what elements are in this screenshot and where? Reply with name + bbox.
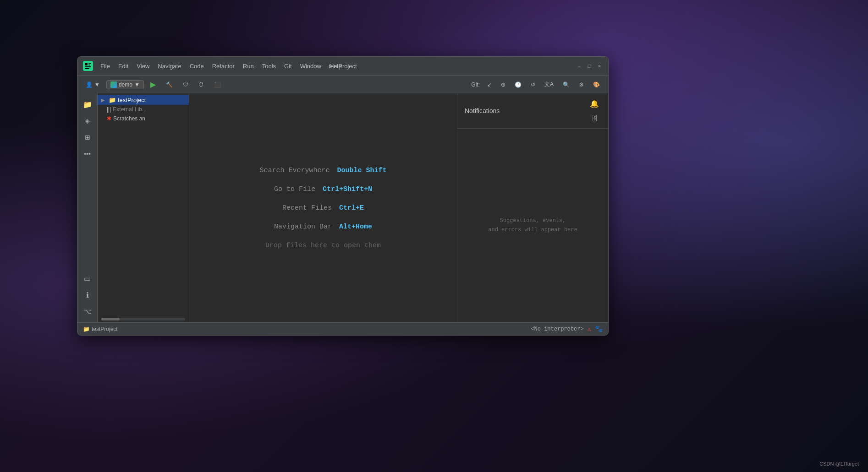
maximize-button[interactable]: □ xyxy=(586,63,593,69)
notifications-hint-line1: Suggestions, events, xyxy=(500,217,566,224)
main-content: 📁 ◈ ⊞ ••• ▭ ℹ ⌥ xyxy=(77,93,608,322)
git-rollback-icon: ↺ xyxy=(531,81,535,88)
git-history-icon: 🕐 xyxy=(515,81,522,88)
drop-files-text: Drop files here to open them xyxy=(265,242,381,250)
menu-window[interactable]: Window xyxy=(297,61,325,71)
svg-rect-2 xyxy=(88,63,91,64)
no-interpreter-label[interactable]: <No interpreter> xyxy=(531,326,583,332)
sidebar-item-plugins[interactable]: ⊞ xyxy=(80,130,95,145)
search-icon: 🔍 xyxy=(563,81,570,88)
user-icon: 👤 xyxy=(86,81,93,88)
sidebar-item-vcs[interactable]: ⌥ xyxy=(80,304,95,319)
svg-rect-0 xyxy=(83,61,93,71)
terminal-icon: ▭ xyxy=(84,274,91,283)
navigation-bar-key: Alt+Home xyxy=(339,223,372,231)
coverage-button[interactable]: 🛡 xyxy=(179,80,192,89)
notifications-hint: Suggestions, events, and errors will app… xyxy=(488,217,577,234)
db-icon-button[interactable]: 🗄 xyxy=(588,112,601,125)
tree-arrow-testproject: ▶ xyxy=(101,98,107,103)
menu-navigate[interactable]: Navigate xyxy=(154,61,185,71)
folder-item-icon: 📁 xyxy=(109,97,116,103)
menu-file[interactable]: File xyxy=(97,61,114,71)
tree-item-scratches[interactable]: ✱ Scratches an xyxy=(98,114,189,123)
run-button[interactable]: ▶ xyxy=(147,79,159,90)
status-bar: 📁 testProject <No interpreter> ⚠ 🐾 xyxy=(77,322,608,335)
bell-icon: 🔔 xyxy=(590,99,599,108)
status-project-name[interactable]: testProject xyxy=(92,326,118,332)
sidebar-item-terminal[interactable]: ▭ xyxy=(80,271,95,286)
go-to-file-label: Go to File xyxy=(274,185,315,193)
folder-icon: 📁 xyxy=(83,100,92,109)
window-controls: − □ × xyxy=(576,63,603,69)
file-tree-content: ▶ 📁 testProject ||| External Lib... ✱ Sc… xyxy=(98,93,189,316)
tree-scrollbar-thumb xyxy=(101,318,120,320)
tree-item-external-libs[interactable]: ||| External Lib... xyxy=(98,105,189,114)
git-history-button[interactable]: 🕐 xyxy=(511,80,525,89)
sidebar-item-files[interactable]: 📁 xyxy=(80,97,95,112)
profile-button[interactable]: ⏱ xyxy=(195,80,208,89)
title-bar: File Edit View Navigate Code Refactor Ru… xyxy=(77,57,608,75)
git-icon: ◈ xyxy=(85,117,90,125)
vcs-icon: ⌥ xyxy=(83,307,92,316)
status-right: <No interpreter> ⚠ 🐾 xyxy=(531,325,603,333)
menu-tools[interactable]: Tools xyxy=(258,61,280,71)
menu-view[interactable]: View xyxy=(133,61,153,71)
color-button[interactable]: 🎨 xyxy=(589,80,604,89)
sidebar-item-git[interactable]: ◈ xyxy=(80,114,95,128)
minimize-button[interactable]: − xyxy=(576,63,582,69)
build-button[interactable]: 🔨 xyxy=(162,80,176,89)
profile-icon: ⏱ xyxy=(198,81,204,88)
tree-item-testproject-label: testProject xyxy=(118,97,146,103)
translate-button[interactable]: 文A xyxy=(541,79,557,90)
git-commit-icon: ↙ xyxy=(487,81,492,88)
notifications-body: Suggestions, events, and errors will app… xyxy=(457,129,608,322)
menu-run[interactable]: Run xyxy=(239,61,258,71)
notifications-hint-line2: and errors will appear here xyxy=(488,227,577,233)
run-config-arrow: ▼ xyxy=(134,81,140,88)
tree-scrollbar[interactable] xyxy=(101,318,185,320)
paw-icon: 🐾 xyxy=(595,325,603,333)
problems-icon: ℹ xyxy=(86,291,89,299)
editor-area: Search Everywhere Double Shift Go to Fil… xyxy=(189,93,457,322)
user-icon-button[interactable]: 👤 ▼ xyxy=(82,80,104,89)
close-button[interactable]: × xyxy=(596,63,603,69)
settings-button[interactable]: ⚙ xyxy=(575,80,588,89)
scratches-icon: ✱ xyxy=(107,115,111,122)
stop-button[interactable]: ⬛ xyxy=(210,80,225,89)
shortcut-go-to-file: Go to File Ctrl+Shift+N xyxy=(274,185,372,193)
svg-rect-4 xyxy=(85,66,91,67)
sidebar-item-problems[interactable]: ℹ xyxy=(80,288,95,302)
notifications-title: Notifications xyxy=(465,107,500,114)
translate-icon: 文A xyxy=(544,81,554,88)
menu-edit[interactable]: Edit xyxy=(115,61,132,71)
notifications-bell-button[interactable]: 🔔 xyxy=(588,97,601,110)
interpreter-warning-icon: ⚠ xyxy=(588,325,591,333)
git-commit-button[interactable]: ↙ xyxy=(483,80,495,89)
menu-git[interactable]: Git xyxy=(280,61,296,71)
sidebar-item-more[interactable]: ••• xyxy=(80,146,95,161)
go-to-file-key: Ctrl+Shift+N xyxy=(323,185,372,193)
run-config-dropdown[interactable]: demo ▼ xyxy=(106,80,144,89)
shortcut-search-everywhere: Search Everywhere Double Shift xyxy=(259,167,386,174)
git-push-button[interactable]: ⊕ xyxy=(497,80,509,89)
csdn-watermark: CSDN @ElTarget xyxy=(819,461,859,467)
navigation-bar-label: Navigation Bar xyxy=(274,223,332,231)
user-dropdown-arrow: ▼ xyxy=(94,81,100,88)
search-everywhere-button[interactable]: 🔍 xyxy=(559,80,573,89)
svg-rect-1 xyxy=(85,63,88,65)
settings-icon: ⚙ xyxy=(579,81,584,88)
shortcut-navigation-bar: Navigation Bar Alt+Home xyxy=(274,223,372,231)
menu-refactor[interactable]: Refactor xyxy=(209,61,238,71)
svg-rect-3 xyxy=(88,65,90,65)
build-icon: 🔨 xyxy=(166,81,173,88)
menu-code[interactable]: Code xyxy=(186,61,208,71)
notifications-panel: Notifications 🔔 🗄 Suggestions, events, a… xyxy=(457,93,608,322)
notifications-header: Notifications 🔔 🗄 xyxy=(457,93,608,129)
toolbar: 👤 ▼ demo ▼ ▶ 🔨 🛡 ⏱ ⬛ Git: ↙ xyxy=(77,75,608,93)
recent-files-label: Recent Files xyxy=(282,204,332,212)
database-icon: 🗄 xyxy=(591,114,598,122)
tree-item-testproject[interactable]: ▶ 📁 testProject xyxy=(98,95,189,105)
color-icon: 🎨 xyxy=(593,81,600,88)
git-rollback-button[interactable]: ↺ xyxy=(527,80,539,89)
search-everywhere-key: Double Shift xyxy=(337,167,387,174)
